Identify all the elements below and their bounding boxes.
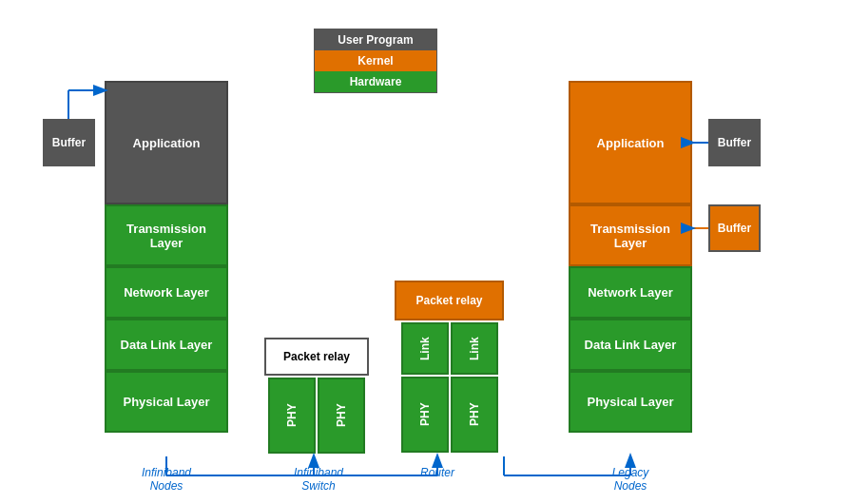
right-layer-application: Application	[569, 81, 692, 204]
switch-phy-left: PHY	[268, 378, 316, 454]
router-phy-right: PHY	[451, 377, 498, 453]
switch-phy-right: PHY	[318, 378, 365, 454]
right-buffer-mid: Buffer	[708, 204, 761, 252]
left-buffer-top: Buffer	[43, 119, 95, 166]
left-layer-application: Application	[105, 81, 228, 204]
right-buffer-top: Buffer	[708, 119, 761, 166]
switch-packet-relay: Packet relay	[264, 338, 369, 376]
router-link-right: Link	[451, 322, 498, 375]
legend-kernel: Kernel	[315, 50, 436, 71]
left-layer-data-link: Data Link Layer	[105, 319, 228, 371]
router-packet-relay: Packet relay	[395, 281, 504, 320]
router-phy-left: PHY	[401, 377, 449, 453]
label-legacy-nodes: LegacyNodes	[569, 466, 692, 493]
right-layer-physical: Physical Layer	[569, 371, 692, 433]
legend-hardware: Hardware	[315, 71, 436, 92]
right-stack: Application TransmissionLayer Network La…	[569, 81, 692, 433]
router-stack: Packet relay Link PHY Link PHY	[395, 281, 504, 453]
left-layer-transmission: TransmissionLayer	[105, 204, 228, 266]
right-layer-transmission: TransmissionLayer	[569, 204, 692, 266]
legend-user-program: User Program	[315, 29, 436, 50]
diagram-container: User Program Kernel Hardware Application…	[0, 0, 850, 504]
legend: User Program Kernel Hardware	[314, 29, 437, 93]
right-layer-network: Network Layer	[569, 266, 692, 319]
label-infiniband-nodes: InfinibandNodes	[105, 466, 228, 493]
router-link-left: Link	[401, 322, 449, 375]
infiniband-switch-stack: Packet relay PHY PHY	[264, 338, 369, 454]
label-infiniband-switch: InfinibandSwitch	[257, 466, 380, 493]
right-layer-data-link: Data Link Layer	[569, 319, 692, 371]
left-stack: Application TransmissionLayer Network La…	[105, 81, 228, 433]
left-layer-network: Network Layer	[105, 266, 228, 319]
label-router: Router	[390, 466, 485, 479]
left-layer-physical: Physical Layer	[105, 371, 228, 433]
